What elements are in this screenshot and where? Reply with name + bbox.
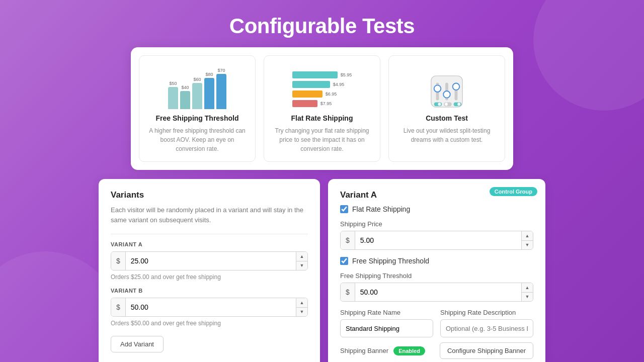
hbar-695 — [292, 90, 323, 98]
variant-a-label: VARIANT A — [111, 241, 308, 247]
free-shipping-prefix: $ — [341, 283, 355, 301]
hbar-795 — [292, 100, 317, 107]
bar-label-70: $70 — [217, 68, 225, 73]
free-shipping-threshold-field-group: Free Shipping Threshold $ ▲ ▼ — [340, 272, 533, 302]
cards-container: $50 $40 $60 $80 $70 — [131, 47, 513, 170]
hbar-label-695: $6.95 — [326, 92, 337, 97]
card-free-shipping-threshold[interactable]: $50 $40 $60 $80 $70 — [139, 55, 256, 162]
svg-point-6 — [453, 83, 460, 90]
svg-point-4 — [434, 85, 441, 92]
variant-a-prefix: $ — [111, 252, 126, 270]
card-flat-rate-desc: Try changing your flat rate shipping pri… — [271, 126, 373, 153]
shipping-rate-desc-label: Shipping Rate Description — [440, 309, 533, 316]
bar-70 — [216, 74, 226, 109]
free-shipping-threshold-input-row: $ ▲ ▼ — [340, 283, 533, 302]
card-flat-rate-title: Flat Rate Shipping — [271, 114, 373, 122]
variants-panel-desc: Each visitor will be randomly placed in … — [111, 205, 308, 225]
bar-label-40: $40 — [181, 85, 189, 90]
variant-b-prefix: $ — [111, 298, 126, 316]
variant-b-arrows: ▲ ▼ — [296, 298, 307, 316]
hbar-label-795: $7.95 — [320, 101, 332, 106]
variant-a-input-row: $ ▲ ▼ — [111, 251, 308, 270]
bar-label-50: $50 — [169, 81, 177, 86]
custom-test-illustration — [396, 64, 498, 109]
card-flat-rate-shipping[interactable]: $5.95 $4.95 $6.95 $7.95 Flat Rate Shippi… — [264, 55, 380, 162]
free-shipping-down-arrow[interactable]: ▼ — [522, 293, 533, 302]
card-custom-test-desc: Live out your wildest split-testing drea… — [396, 126, 498, 144]
shipping-banner-label: Shipping Banner — [340, 347, 388, 354]
card-custom-test[interactable]: Custom Test Live out your wildest split-… — [388, 55, 505, 162]
shipping-price-input[interactable] — [355, 231, 521, 249]
variant-a-helper: Orders $25.00 and over get free shipping — [111, 274, 308, 281]
variant-a-input[interactable] — [126, 252, 296, 270]
svg-point-5 — [443, 91, 450, 98]
variant-b-label: VARIANT B — [111, 288, 308, 294]
shipping-banner-enabled-badge: Enabled — [393, 346, 425, 355]
variant-b-up-arrow[interactable]: ▲ — [296, 298, 307, 308]
bottom-section: Variants Each visitor will be randomly p… — [91, 179, 553, 362]
shipping-price-arrows: ▲ ▼ — [521, 231, 533, 249]
page-title: Configurable Tests — [0, 0, 644, 47]
variant-b-input[interactable] — [126, 298, 296, 316]
shipping-price-input-row: $ ▲ ▼ — [340, 231, 533, 250]
bar-40 — [180, 91, 190, 109]
card-free-shipping-title: Free Shipping Threshold — [146, 114, 248, 122]
free-shipping-up-arrow[interactable]: ▲ — [522, 283, 533, 293]
shipping-banner-left: Shipping Banner Enabled — [340, 346, 425, 355]
variants-panel-title: Variants — [111, 190, 308, 200]
free-shipping-checkbox-label[interactable]: Free Shipping Threshold — [352, 257, 429, 265]
control-group-badge: Control Group — [490, 187, 537, 196]
hbar-595 — [292, 71, 338, 78]
card-free-shipping-desc: A higher free shipping threshold can boo… — [146, 126, 248, 153]
flat-rate-checkbox[interactable] — [340, 205, 348, 213]
free-shipping-checkbox[interactable] — [340, 257, 348, 265]
svg-point-10 — [438, 103, 441, 106]
svg-point-12 — [457, 103, 460, 106]
free-shipping-threshold-field-label: Free Shipping Threshold — [340, 272, 533, 280]
shipping-rate-desc-input[interactable] — [440, 319, 533, 337]
shipping-rate-name-group: Shipping Rate Name — [340, 309, 433, 337]
variant-b-helper: Orders $50.00 and over get free shipping — [111, 320, 308, 327]
shipping-rate-fields: Shipping Rate Name Shipping Rate Descrip… — [340, 309, 533, 337]
hbar-495 — [292, 81, 330, 88]
flat-rate-checkbox-row: Flat Rate Shipping — [340, 205, 533, 213]
add-variant-button[interactable]: Add Variant — [111, 336, 164, 352]
configure-shipping-banner-button[interactable]: Configure Shipping Banner — [440, 342, 533, 359]
variant-b-down-arrow[interactable]: ▼ — [296, 308, 307, 317]
divider-1 — [111, 234, 308, 234]
bar-80 — [204, 78, 214, 109]
hbar-label-595: $5.95 — [341, 72, 352, 77]
shipping-rate-name-label: Shipping Rate Name — [340, 309, 433, 316]
shipping-price-field-group: Shipping Price $ ▲ ▼ — [340, 220, 533, 250]
bar-label-60: $60 — [193, 77, 201, 82]
bar-50 — [168, 87, 178, 109]
shipping-price-prefix: $ — [341, 231, 355, 249]
free-shipping-checkbox-row: Free Shipping Threshold — [340, 257, 533, 265]
shipping-banner-row: Shipping Banner Enabled Configure Shippi… — [340, 342, 533, 359]
shipping-price-up-arrow[interactable]: ▲ — [522, 231, 533, 241]
shipping-price-down-arrow[interactable]: ▼ — [522, 241, 533, 250]
hbar-label-495: $4.95 — [333, 82, 345, 87]
shipping-rate-desc-group: Shipping Rate Description — [440, 309, 533, 337]
flat-rate-checkbox-label[interactable]: Flat Rate Shipping — [352, 205, 410, 213]
variants-panel: Variants Each visitor will be randomly p… — [99, 179, 320, 362]
variant-a-config-panel: Control Group Variant A Flat Rate Shippi… — [328, 179, 545, 362]
free-shipping-threshold-arrows: ▲ ▼ — [521, 283, 533, 301]
bar-label-80: $80 — [205, 72, 213, 77]
variant-b-input-row: $ ▲ ▼ — [111, 298, 308, 317]
variant-a-down-arrow[interactable]: ▼ — [296, 261, 307, 270]
svg-point-11 — [445, 103, 448, 106]
card-custom-test-title: Custom Test — [396, 114, 498, 122]
bar-60 — [192, 83, 202, 109]
hbar-chart-illustration: $5.95 $4.95 $6.95 $7.95 — [271, 64, 373, 109]
free-shipping-threshold-input[interactable] — [355, 283, 521, 301]
variant-a-up-arrow[interactable]: ▲ — [296, 252, 307, 261]
variant-a-arrows: ▲ ▼ — [296, 252, 307, 270]
bar-chart-illustration: $50 $40 $60 $80 $70 — [146, 64, 248, 109]
shipping-rate-name-input[interactable] — [340, 319, 433, 337]
shipping-price-label: Shipping Price — [340, 220, 533, 228]
